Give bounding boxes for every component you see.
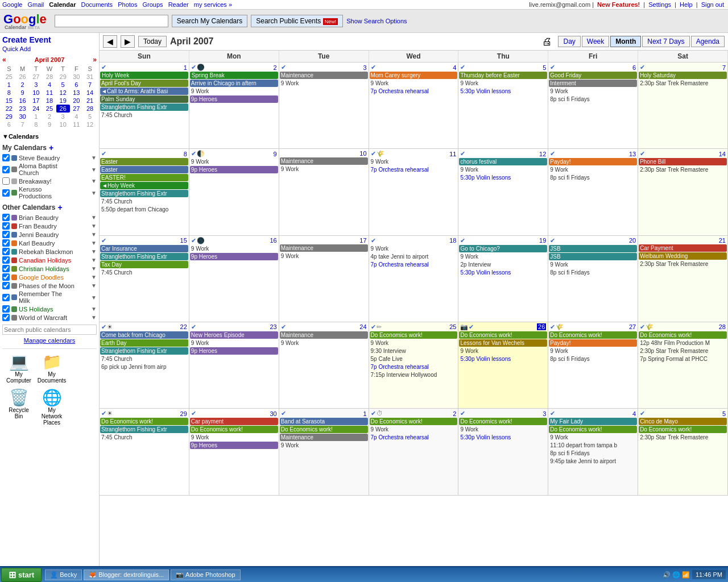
mini-cal-day[interactable]: 29 xyxy=(2,113,16,120)
day-number-19[interactable]: 19 xyxy=(539,237,546,244)
event-745-church1[interactable]: 7:45 Church xyxy=(100,111,188,119)
checkmark-icon[interactable]: ✔ xyxy=(191,150,196,157)
checkmark-icon[interactable]: ✔ xyxy=(371,237,376,244)
event-530-violin-12[interactable]: 5:30p Violin lessons xyxy=(459,174,547,181)
calendar-checkbox-rebekah[interactable] xyxy=(2,248,10,255)
event-jsb2-20[interactable]: JSB xyxy=(549,253,637,260)
calendar-checkbox-christian[interactable] xyxy=(2,265,10,272)
event-550-depart-8[interactable]: 5:50p depart from Chicago xyxy=(100,206,188,213)
event-9-work-4[interactable]: 9 Work xyxy=(370,80,458,87)
event-9-work-2[interactable]: 9 Work xyxy=(190,88,278,95)
view-week-button[interactable]: Week xyxy=(582,36,609,47)
event-do-econ-m3[interactable]: Do Economics work! xyxy=(459,418,547,425)
view-next7-button[interactable]: Next 7 Days xyxy=(642,36,689,47)
mini-cal-day[interactable]: 2 xyxy=(16,81,30,89)
mini-cal-day[interactable]: 19 xyxy=(56,97,70,105)
event-stranglethorn-29[interactable]: Stranglethorn Fishing Extr xyxy=(100,426,188,433)
checkmark-icon[interactable]: ✔ xyxy=(281,64,286,71)
checkmark-icon[interactable]: ✔ xyxy=(101,237,106,244)
checkmark-icon[interactable]: ✔ xyxy=(101,323,106,331)
calendar-checkbox-kerusso[interactable] xyxy=(2,189,10,197)
view-month-button[interactable]: Month xyxy=(610,36,641,47)
mini-cal-day[interactable]: 5 xyxy=(83,113,97,120)
event-9-work-24[interactable]: 9 Work xyxy=(280,339,368,347)
mini-cal-day[interactable]: 10 xyxy=(29,89,43,97)
nav-groups[interactable]: Groups xyxy=(143,1,163,8)
mini-cal-today[interactable]: 26 xyxy=(56,105,70,113)
event-9-work-m3[interactable]: 9 Work xyxy=(459,426,547,433)
nav-photos[interactable]: Photos xyxy=(118,1,137,8)
event-do-econ-27[interactable]: Do Economics work! xyxy=(549,331,637,339)
mini-cal-day[interactable]: 8 xyxy=(29,120,43,128)
event-6p-jenni-22[interactable]: 6p pick up Jenni from airp xyxy=(100,363,188,371)
checkmark-icon[interactable]: ✔ xyxy=(550,237,555,244)
event-arrive-chicago[interactable]: Arrive in Chicago in aftern xyxy=(190,80,278,87)
mini-cal-day[interactable]: 1 xyxy=(2,81,16,89)
day-number-23[interactable]: 23 xyxy=(270,323,276,330)
event-chorus-festival[interactable]: chorus festival xyxy=(459,158,547,165)
start-button[interactable]: ⊞ start xyxy=(1,568,42,582)
event-715p-interview-25[interactable]: 7:15p Interview Hollywood xyxy=(370,371,458,379)
day-number-11[interactable]: 11 xyxy=(449,151,456,157)
mini-cal-day[interactable]: 6 xyxy=(70,81,84,89)
create-event-link[interactable]: Create Event xyxy=(2,35,97,44)
event-230-star-trek-14[interactable]: 2:30p Star Trek Remastere xyxy=(639,166,727,173)
event-745-church-15[interactable]: 7:45 Church xyxy=(100,269,188,276)
calendar-checkbox-karl[interactable] xyxy=(2,239,10,247)
event-good-friday[interactable]: Good Friday xyxy=(549,72,637,79)
event-9-work-m1[interactable]: 9 Work xyxy=(280,442,368,449)
checkmark-icon[interactable]: ✔ xyxy=(281,323,286,331)
mini-cal-day[interactable]: 7 xyxy=(16,120,30,128)
event-8p-scifi-m4[interactable]: 8p sci fi Fridays xyxy=(549,450,637,457)
checkmark-icon[interactable]: ✔ xyxy=(640,64,645,71)
event-do-econ-m5[interactable]: Do Economics work! xyxy=(639,426,727,433)
event-230-star-trek-28[interactable]: 2:30p Star Trek Remastere xyxy=(639,347,727,355)
checkmark-icon[interactable]: ✔ xyxy=(469,323,474,331)
day-number-5[interactable]: 5 xyxy=(543,64,546,71)
calendar-checkbox-doodles[interactable] xyxy=(2,273,10,281)
event-do-econ-m1[interactable]: Do Economics work! xyxy=(280,426,368,433)
mini-cal-day[interactable]: 2 xyxy=(43,113,56,120)
day-number-may1[interactable]: 1 xyxy=(363,410,366,417)
checkmark-icon[interactable]: ✔ xyxy=(281,410,286,417)
event-holy-week-8[interactable]: ◄Holy Week xyxy=(100,182,188,189)
checkmark-icon[interactable]: ✔ xyxy=(640,150,645,157)
event-call-to-arms[interactable]: ◄Call to Arms: Arathi Basi xyxy=(100,88,188,95)
day-number-28[interactable]: 28 xyxy=(719,323,726,330)
day-number-29[interactable]: 29 xyxy=(180,410,187,417)
mini-cal-day[interactable]: 11 xyxy=(70,120,84,128)
mini-cal-day[interactable]: 25 xyxy=(2,73,16,81)
event-9p-heroes-30[interactable]: 9p Heroes xyxy=(190,442,278,449)
event-payday-13[interactable]: Payday! xyxy=(549,158,637,165)
day-number-20[interactable]: 20 xyxy=(629,237,636,244)
day-number-13[interactable]: 13 xyxy=(629,151,636,157)
calendar-dropdown-breakaway[interactable]: ▼ xyxy=(91,178,97,184)
calendar-checkbox-steve[interactable] xyxy=(2,154,10,161)
calendar-dropdown-kerusso[interactable]: ▼ xyxy=(91,190,97,196)
day-number-22[interactable]: 22 xyxy=(180,323,187,330)
event-stranglethorn-8[interactable]: Stranglethorn Fishing Extr xyxy=(100,190,188,197)
mini-cal-day[interactable]: 30 xyxy=(16,113,30,120)
add-other-calendar-button[interactable]: + xyxy=(57,203,62,212)
event-holy-week[interactable]: Holy Week xyxy=(100,72,188,79)
settings-link[interactable]: Settings xyxy=(648,1,671,8)
event-9-work-10[interactable]: 9 Work xyxy=(280,165,368,173)
event-2p-interview-19[interactable]: 2p Interview xyxy=(459,261,547,268)
event-9-work-13[interactable]: 9 Work xyxy=(549,166,637,173)
calendar-checkbox-canadian[interactable] xyxy=(2,256,10,264)
checkmark-icon[interactable]: ✔ xyxy=(640,323,645,331)
day-number-4[interactable]: 4 xyxy=(453,64,456,71)
event-do-econ-26[interactable]: Do Economics work! xyxy=(459,331,547,339)
calendar-checkbox-fran[interactable] xyxy=(2,222,10,230)
calendar-dropdown-us[interactable]: ▼ xyxy=(91,306,97,312)
day-number-9[interactable]: 9 xyxy=(274,151,277,157)
event-do-econ-28[interactable]: Do Economics work! xyxy=(639,331,727,339)
event-9-work-30[interactable]: 9 Work xyxy=(190,434,278,441)
calendar-dropdown-steve[interactable]: ▼ xyxy=(91,155,97,161)
event-thu-before-easter[interactable]: Thursday before Easter xyxy=(459,72,547,79)
mini-cal-day[interactable]: 26 xyxy=(16,73,30,81)
event-car-payment-30[interactable]: Car payment xyxy=(190,418,278,425)
day-number-7[interactable]: 7 xyxy=(722,64,726,71)
day-number-6[interactable]: 6 xyxy=(632,64,636,71)
event-stranglethorn-15[interactable]: Stranglethorn Fishing Extr xyxy=(100,253,188,260)
